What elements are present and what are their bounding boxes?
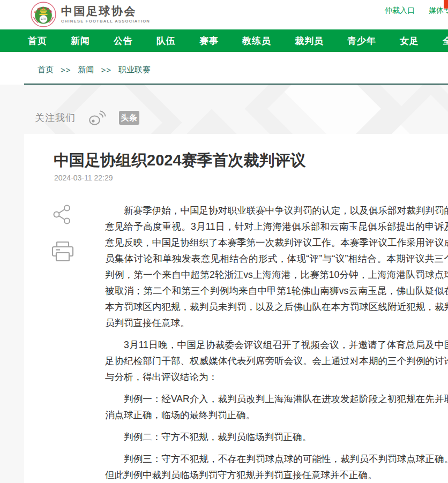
cfa-crest-icon: CFA 中国足球协会 [31,2,56,27]
breadcrumb-professional-league[interactable]: 职业联赛 [118,65,151,75]
nav-item-teams[interactable]: 队伍 [156,35,176,47]
article-body: 新赛季伊始，中国足协对职业联赛中争议判罚的认定，以及俱乐部对裁判判罚的意见给予高… [105,202,448,483]
breadcrumb-home[interactable]: 首页 [38,65,54,75]
follow-us-row: 关注我们 头条 [35,110,139,125]
cfa-ball-text: CFA [41,18,46,20]
article-card: 中国足协组织2024赛季首次裁判评议 2024-03-11 22:29 新赛季伊… [24,134,448,483]
print-icon[interactable] [51,241,75,265]
logo-title: 中国足球协会 [61,5,150,17]
nav-item-youth[interactable]: 青少年 [347,35,376,47]
breadcrumb-divider [24,84,448,85]
breadcrumb-separator: >> [61,65,71,74]
breadcrumb: 首页 >> 新闻 >> 职业联赛 [38,65,151,75]
logo-text: 中国足球协会 CHINESE FOOTBALL ASSOCIATION [61,5,150,24]
article-paragraph: 判例三：守方不犯规，不存在判罚球点球的可能性，裁判员不判罚球点球正确。但此判例中… [105,451,448,483]
main-nav: 首页 新闻 公告 队伍 赛事 教练员 裁判员 青少年 女足 全 [0,29,448,52]
share-icon[interactable] [53,205,71,227]
article-paragraph: 新赛季伊始，中国足协对职业联赛中争议判罚的认定，以及俱乐部对裁判判罚的意见给予高… [105,202,448,331]
article-date: 2024-03-11 22:29 [54,173,113,182]
page: CFA 中国足球协会 中国足球协会 CHINESE FOOTBALL ASSOC… [0,0,448,483]
breadcrumb-news[interactable]: 新闻 [78,65,94,75]
nav-item-news[interactable]: 新闻 [71,35,90,47]
weibo-icon[interactable] [88,110,106,125]
nav-item-home[interactable]: 首页 [28,35,47,47]
article-paragraph: 判例一：经VAR介入，裁判员改判上海海港队在进攻发起阶段之初犯规在先并取消点球正… [105,391,448,423]
site-header: CFA 中国足球协会 中国足球协会 CHINESE FOOTBALL ASSOC… [0,0,448,29]
follow-us-label: 关注我们 [35,111,76,124]
nav-item-coaches[interactable]: 教练员 [242,35,271,47]
arbitration-entry-link[interactable]: 仲裁入口 [385,6,415,16]
nav-item-womens-football[interactable]: 女足 [400,35,419,47]
nav-item-truncated[interactable]: 全 [443,35,448,47]
cfa-logo[interactable]: CFA 中国足球协会 中国足球协会 CHINESE FOOTBALL ASSOC… [31,2,150,27]
article-paragraph: 3月11日晚，中国足协裁委会评议组召开了视频会议，并邀请了体育总局及中国足协纪检… [105,337,448,385]
toutiao-icon[interactable]: 头条 [119,111,139,125]
nav-item-competitions[interactable]: 赛事 [199,35,219,47]
nav-item-announcements[interactable]: 公告 [114,35,133,47]
breadcrumb-separator: >> [101,65,112,74]
breadcrumb-bar: 首页 >> 新闻 >> 职业联赛 [0,52,448,85]
article-title: 中国足协组织2024赛季首次裁判评议 [54,150,306,171]
logo-subtitle: CHINESE FOOTBALL ASSOCIATION [61,19,150,24]
nav-item-referees[interactable]: 裁判员 [295,35,324,47]
article-paragraph: 判例二：守方不犯规，裁判员临场判罚正确。 [105,429,448,445]
corner-red-marker [444,0,448,9]
